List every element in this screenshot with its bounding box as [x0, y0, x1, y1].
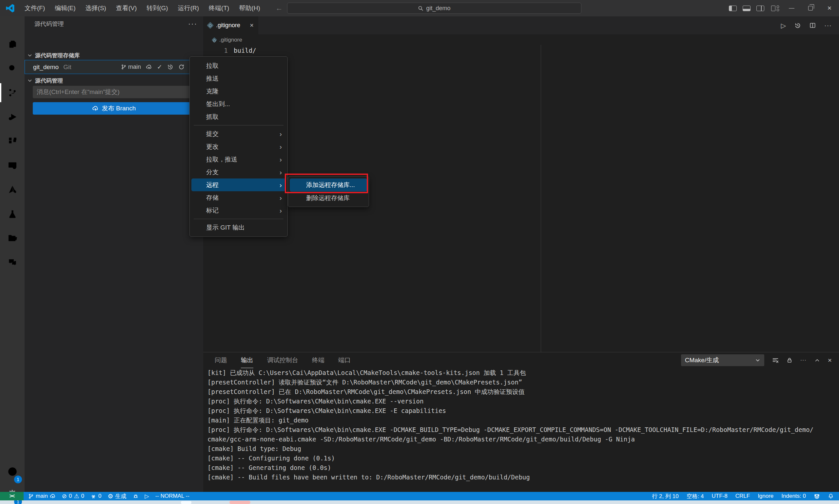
minimize-button[interactable] [782, 0, 801, 16]
menu-go[interactable]: 转到(G) [142, 0, 173, 16]
menu-view[interactable]: 查看(V) [111, 0, 142, 16]
search-view-icon[interactable] [0, 58, 24, 79]
maximize-panel-icon[interactable] [815, 358, 820, 363]
run-file-icon[interactable]: ▷ [781, 22, 786, 30]
menu-item-push[interactable]: 推送 [191, 72, 286, 85]
sidebar-more-icon[interactable]: ··· [188, 20, 197, 28]
chevron-right-icon: › [280, 194, 282, 202]
project-folder-icon[interactable] [0, 228, 24, 249]
toggle-sidebar-icon[interactable] [729, 5, 737, 11]
menu-item-checkout[interactable]: 签出到... [191, 97, 286, 110]
commit-message-input[interactable] [33, 86, 195, 98]
publish-cloud-icon [92, 105, 99, 112]
command-center-search[interactable]: git_demo [287, 3, 581, 14]
tab-terminal[interactable]: 终端 [312, 353, 325, 368]
editor-more-icon[interactable]: ··· [824, 22, 832, 29]
broadcast-status[interactable]: 0 [90, 493, 101, 500]
menu-edit[interactable]: 编辑(E) [50, 0, 80, 16]
publish-branch-button[interactable]: 发布 Branch [33, 102, 195, 114]
commit-check-icon[interactable]: ✓ [157, 63, 162, 71]
cmake-build-button[interactable]: ⚙ 生成 [108, 492, 126, 500]
menu-selection[interactable]: 选择(S) [81, 0, 111, 16]
code-line-1[interactable]: 1 build/ [203, 46, 839, 55]
split-editor-icon[interactable] [809, 22, 816, 29]
repo-row-git-demo[interactable]: git_demo Git main ✓ · [24, 60, 203, 74]
cursor-position[interactable]: 行 2, 列 10 [652, 492, 678, 500]
tab-output[interactable]: 输出 [241, 353, 254, 368]
restore-button[interactable] [801, 0, 820, 16]
timeline-icon[interactable] [794, 22, 801, 29]
menu-terminal[interactable]: 终端(T) [204, 0, 234, 16]
output-log[interactable]: [kit] 已成功从 C:\Users\Cai\AppData\Local\CM… [203, 368, 839, 492]
tab-gitignore[interactable]: .gitignore × [203, 16, 258, 34]
log-line: [proc] 执行命令: D:\Softwares\CMake\bin\cmak… [203, 397, 839, 406]
cmake-tools-icon[interactable] [0, 179, 24, 200]
toggle-secondary-sidebar-icon[interactable] [756, 5, 764, 11]
publish-cloud-icon [50, 493, 56, 499]
panel-header: 问题 输出 调试控制台 终端 端口 CMake/生成 [203, 353, 839, 368]
log-line: [presetController] 已在 D:\RoboMaster\RMCo… [203, 387, 839, 397]
branch-status[interactable]: main [28, 493, 56, 500]
tab-debug-console[interactable]: 调试控制台 [267, 353, 298, 368]
indentation[interactable]: 空格: 4 [687, 492, 704, 500]
menubar: 文件(F) 编辑(E) 选择(S) 查看(V) 转到(G) 运行(R) 终端(T… [20, 0, 265, 16]
explorer-icon[interactable] [0, 34, 24, 55]
language-mode[interactable]: Ignore [758, 493, 773, 500]
log-line: [proc] 执行命令: D:\Softwares\CMake\bin\cmak… [203, 406, 839, 416]
encoding[interactable]: UTF-8 [712, 493, 728, 500]
warning-count: 0 [81, 493, 84, 500]
output-channel-select[interactable]: CMake/生成 [681, 354, 764, 366]
source-control-icon[interactable] [0, 82, 24, 103]
section-repositories[interactable]: 源代码管理存储库 [24, 51, 203, 60]
menu-file[interactable]: 文件(F) [20, 0, 50, 16]
tab-close-icon[interactable]: × [250, 22, 254, 29]
indents-status[interactable]: Indents: 0 [781, 493, 806, 500]
back-arrow-icon[interactable]: ← [274, 4, 285, 13]
menu-item-remove-remote[interactable]: 删除远程存储库 [290, 192, 367, 205]
menu-item-pull-push[interactable]: 拉取，推送› [191, 153, 286, 166]
extensions-icon[interactable] [0, 131, 24, 151]
problems-status[interactable]: ⊘ 0 ⚠ 0 [62, 492, 84, 500]
menu-item-changes[interactable]: 更改› [191, 140, 286, 153]
lock-scroll-icon[interactable] [787, 357, 792, 363]
menu-item-stash[interactable]: 存储› [191, 191, 286, 204]
menu-item-fetch[interactable]: 抓取 [191, 110, 286, 123]
menu-item-tags[interactable]: 标记› [191, 204, 286, 217]
panel-more-icon[interactable]: ··· [800, 357, 807, 363]
debug-icon[interactable] [133, 493, 139, 499]
close-button[interactable]: × [820, 0, 839, 16]
menu-help[interactable]: 帮助(H) [234, 0, 265, 16]
toggle-panel-icon[interactable] [742, 5, 751, 11]
vim-mode[interactable]: -- NORMAL -- [155, 493, 189, 500]
history-icon[interactable] [167, 64, 173, 70]
bell-icon[interactable] [828, 493, 834, 499]
comments-icon[interactable] [0, 252, 24, 273]
remote-explorer-icon[interactable] [0, 155, 24, 176]
customize-layout-icon[interactable] [771, 5, 779, 11]
eol-sequence[interactable]: CRLF [735, 493, 750, 500]
refresh-icon[interactable] [178, 64, 185, 70]
remote-indicator[interactable]: >< [0, 492, 23, 500]
tab-ports[interactable]: 端口 [338, 353, 351, 368]
section-scm[interactable]: 源代码管理 [24, 76, 203, 85]
menu-run[interactable]: 运行(R) [173, 0, 204, 16]
menu-item-remote[interactable]: 远程› [191, 179, 286, 191]
log-line: [cmake] Build type: Debug [203, 444, 839, 454]
branch-label[interactable]: main [121, 64, 141, 70]
clear-output-icon[interactable] [772, 357, 779, 363]
breadcrumb[interactable]: .gitignore [203, 34, 839, 46]
tab-problems[interactable]: 问题 [215, 353, 227, 368]
run-debug-icon[interactable] [0, 106, 24, 127]
menu-item-clone[interactable]: 克隆 [191, 85, 286, 97]
launch-icon[interactable]: ▷ [145, 493, 149, 500]
menu-item-branch[interactable]: 分支› [191, 166, 286, 179]
menu-item-commit[interactable]: 提交› [191, 127, 286, 140]
copilot-icon[interactable] [814, 493, 820, 500]
menu-item-pull[interactable]: 拉取 [191, 59, 286, 72]
close-panel-icon[interactable]: × [828, 356, 832, 364]
vscode-window: 文件(F) 编辑(E) 选择(S) 查看(V) 转到(G) 运行(R) 终端(T… [0, 0, 839, 504]
publish-cloud-icon[interactable] [146, 64, 152, 70]
testing-icon[interactable] [0, 203, 24, 224]
menu-item-show-git-output[interactable]: 显示 GIT 输出 [191, 221, 286, 234]
account-icon[interactable]: 1 [0, 461, 24, 482]
